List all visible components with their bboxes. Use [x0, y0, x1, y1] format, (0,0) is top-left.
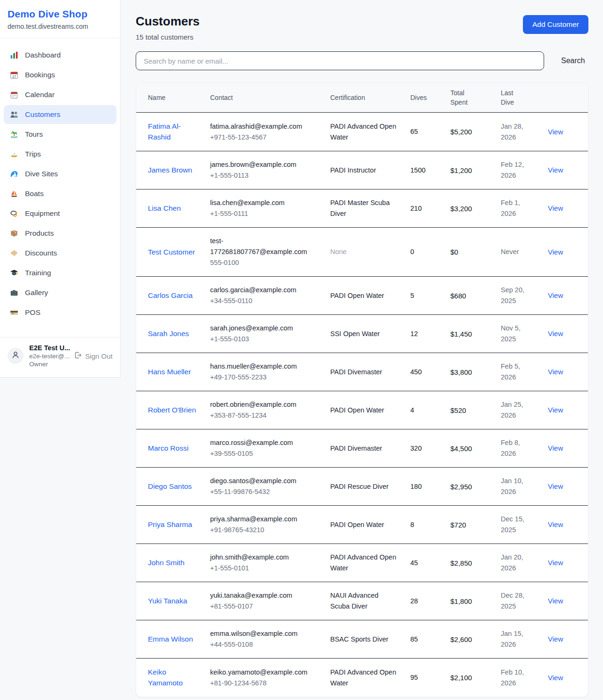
- customer-name-link[interactable]: Carlos Garcia: [148, 290, 193, 301]
- contact-cell: keiko.yamamoto@example.com+81-90-1234-56…: [204, 659, 325, 697]
- customer-name-link[interactable]: Fatima Al-Rashid: [148, 121, 199, 142]
- sidebar-item-discounts[interactable]: Discounts: [4, 244, 116, 263]
- sidebar-item-calendar[interactable]: Calendar: [4, 85, 116, 104]
- customer-dives: 28: [410, 596, 439, 607]
- sidebar-item-training[interactable]: Training: [4, 264, 116, 282]
- customer-last-dive: Feb 8, 2026: [501, 437, 537, 459]
- customer-name-link[interactable]: Marco Rossi: [148, 443, 188, 453]
- shop-name: Demo Dive Shop: [8, 8, 113, 20]
- calendar-icon: [9, 90, 19, 99]
- sign-out-button[interactable]: Sign Out: [74, 351, 113, 361]
- table-row: John Smithjohn.smith@example.com+1-555-0…: [136, 544, 588, 582]
- customer-total-spent: $1,200: [450, 165, 489, 176]
- customer-name-link[interactable]: Test Customer: [148, 247, 195, 257]
- customers-table-card: Name Contact Certification Dives Total S…: [136, 82, 588, 697]
- sidebar-item-boats[interactable]: Boats: [4, 184, 116, 203]
- customer-dives: 180: [410, 481, 439, 492]
- table-row: Yuki Tanakayuki.tanaka@example.com+81-55…: [136, 582, 588, 620]
- view-customer-link[interactable]: View: [548, 406, 563, 414]
- sidebar-item-label: Bookings: [25, 71, 55, 79]
- customer-phone: +971-55-123-4567: [210, 132, 319, 143]
- customer-phone: +91-98765-43210: [210, 525, 319, 535]
- customer-name-link[interactable]: John Smith: [148, 557, 185, 568]
- bookings-calendar-icon: 17: [9, 70, 19, 80]
- sidebar-item-pos[interactable]: POS: [4, 303, 116, 322]
- view-customer-link[interactable]: View: [548, 128, 563, 136]
- customer-last-dive: Nov 5, 2025: [501, 323, 537, 345]
- view-customer-link[interactable]: View: [548, 204, 563, 212]
- sidebar-item-gallery[interactable]: Gallery: [4, 283, 116, 302]
- sidebar-item-trips[interactable]: Trips: [4, 145, 116, 164]
- search-button[interactable]: Search: [556, 54, 590, 68]
- user-role: Owner: [29, 361, 68, 368]
- view-customer-link[interactable]: View: [548, 597, 563, 605]
- customer-total-spent: $4,500: [450, 443, 489, 454]
- contact-cell: marco.rossi@example.com+39-555-0105: [204, 429, 325, 468]
- search-input[interactable]: [136, 51, 544, 70]
- customer-email: yuki.tanaka@example.com: [210, 590, 319, 601]
- sidebar-item-label: Dashboard: [25, 51, 61, 59]
- sidebar-item-customers[interactable]: Customers: [4, 105, 116, 124]
- view-customer-link[interactable]: View: [548, 559, 563, 567]
- table-row: Priya Sharmapriya.sharma@example.com+91-…: [136, 506, 588, 544]
- customer-name-link[interactable]: Lisa Chen: [148, 203, 181, 214]
- sidebar-item-label: Equipment: [25, 209, 60, 218]
- contact-cell: diego.santos@example.com+55-11-99876-543…: [204, 468, 325, 506]
- customer-name-link[interactable]: James Brown: [148, 165, 192, 175]
- view-customer-link[interactable]: View: [548, 444, 563, 452]
- sidebar-item-label: Gallery: [25, 288, 48, 297]
- customer-total-spent: $5,200: [450, 126, 489, 137]
- view-customer-link[interactable]: View: [548, 674, 563, 682]
- column-header-contact: Contact: [204, 83, 325, 113]
- customer-name-link[interactable]: Sarah Jones: [148, 328, 189, 339]
- sidebar-item-bookings[interactable]: 17Bookings: [4, 66, 116, 84]
- customer-last-dive: Dec 15, 2025: [501, 514, 537, 535]
- sidebar-item-equipment[interactable]: Equipment: [4, 204, 116, 223]
- avatar: [8, 348, 24, 364]
- user-meta: E2E Test U... e2e-tester@... Owner: [29, 344, 68, 368]
- contact-cell: carlos.garcia@example.com+34-555-0110: [204, 277, 325, 315]
- customer-last-dive: Dec 28, 2025: [501, 590, 537, 612]
- graduation-cap-icon: [9, 268, 19, 278]
- customer-name-link[interactable]: Keiko Yamamoto: [148, 667, 199, 688]
- sidebar-item-dashboard[interactable]: Dashboard: [4, 46, 116, 65]
- view-customer-link[interactable]: View: [548, 166, 563, 174]
- view-customer-link[interactable]: View: [548, 635, 563, 643]
- view-customer-link[interactable]: View: [548, 329, 563, 338]
- table-row: Test Customertest-1772681807767@example.…: [136, 228, 588, 277]
- customer-name-link[interactable]: Robert O'Brien: [148, 404, 196, 415]
- customer-dives: 12: [410, 329, 439, 339]
- customer-total-spent: $680: [450, 290, 489, 301]
- customer-certification: PADI Open Water: [330, 519, 399, 530]
- customer-dives: 95: [410, 672, 439, 683]
- search-bar: Search: [136, 51, 588, 70]
- customer-certification: PADI Instructor: [330, 165, 399, 176]
- sidebar-item-tours[interactable]: Tours: [4, 125, 116, 144]
- customer-name-link[interactable]: Diego Santos: [148, 481, 192, 492]
- customer-name-link[interactable]: Priya Sharma: [148, 519, 192, 530]
- customer-name-link[interactable]: Emma Wilson: [148, 634, 193, 644]
- view-customer-link[interactable]: View: [548, 368, 563, 376]
- customer-last-dive: Jan 20, 2026: [501, 552, 537, 574]
- customer-name-link[interactable]: Hans Mueller: [148, 366, 191, 377]
- customers-table: Name Contact Certification Dives Total S…: [136, 83, 588, 697]
- total-customers-count: 15 total customers: [136, 33, 200, 41]
- column-header-dives: Dives: [405, 83, 445, 113]
- customer-total-spent: $520: [450, 405, 489, 416]
- customer-total-spent: $2,100: [450, 672, 489, 683]
- contact-cell: james.brown@example.com+1-555-0113: [204, 151, 325, 189]
- customer-name-link[interactable]: Yuki Tanaka: [148, 595, 187, 606]
- sidebar-item-products[interactable]: Products: [4, 224, 116, 243]
- view-customer-link[interactable]: View: [548, 482, 563, 490]
- view-customer-link[interactable]: View: [548, 291, 563, 299]
- credit-card-icon: [9, 308, 19, 317]
- table-row: Diego Santosdiego.santos@example.com+55-…: [136, 468, 588, 506]
- view-customer-link[interactable]: View: [548, 520, 563, 528]
- sidebar-item-dive-sites[interactable]: Dive Sites: [4, 165, 116, 183]
- page-header: Customers 15 total customers Add Custome…: [136, 14, 588, 41]
- contact-cell: robert.obrien@example.com+353-87-555-123…: [204, 391, 325, 429]
- customer-certification: PADI Divemaster: [330, 443, 399, 454]
- add-customer-button[interactable]: Add Customer: [523, 15, 588, 34]
- column-header-total-spent: Total Spent: [445, 83, 495, 113]
- view-customer-link[interactable]: View: [548, 248, 563, 256]
